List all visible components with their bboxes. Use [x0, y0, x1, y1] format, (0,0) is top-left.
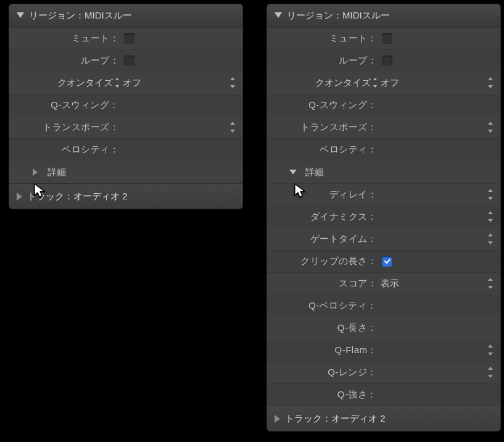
q-swing-label: Q-スウィング：: [267, 99, 378, 111]
details-toggle[interactable]: 詳細: [267, 161, 500, 183]
q-swing-label: Q-スウィング：: [9, 99, 120, 111]
q-length-label: Q-長さ：: [267, 322, 378, 334]
velocity-label: ベロシティ：: [267, 144, 378, 156]
clip-length-checkbox[interactable]: [382, 256, 392, 267]
triangle-down-icon: [275, 12, 282, 19]
q-flam-row[interactable]: Q-Flam：: [267, 339, 500, 361]
quantize-label: クオンタイズ: [57, 77, 113, 89]
loop-checkbox[interactable]: [382, 56, 392, 66]
gate-time-row[interactable]: ゲートタイム：: [267, 228, 500, 250]
track-header-title: トラック：オーディオ 2: [27, 191, 128, 202]
svg-marker-3: [275, 12, 282, 18]
loop-label: ループ：: [9, 55, 120, 67]
q-strength-row[interactable]: Q-強さ：: [267, 383, 500, 406]
transpose-stepper[interactable]: [230, 122, 238, 133]
quantize-label: クオンタイズ: [315, 77, 371, 89]
quantize-value-stepper[interactable]: [230, 77, 238, 88]
dynamics-label: ダイナミクス：: [267, 211, 378, 223]
region-header-title: リージョン：MIDIスルー: [287, 10, 390, 22]
q-velocity-row[interactable]: Q-ベロシティ：: [267, 294, 500, 317]
region-header-title: リージョン：MIDIスルー: [29, 10, 132, 22]
svg-marker-4: [289, 170, 297, 175]
mute-label: ミュート：: [267, 33, 378, 44]
velocity-row[interactable]: ベロシティ：: [267, 138, 500, 161]
q-swing-row[interactable]: Q-スウィング：: [9, 94, 242, 116]
velocity-label: ベロシティ：: [9, 144, 120, 156]
q-strength-label: Q-強さ：: [267, 389, 378, 401]
quantize-stepper-icon[interactable]: [373, 78, 377, 88]
quantize-row[interactable]: クオンタイズ オフ: [267, 72, 500, 94]
mute-row: ミュート：: [9, 27, 242, 49]
svg-marker-0: [17, 12, 24, 18]
score-value: 表示: [381, 278, 399, 290]
quantize-stepper-icon[interactable]: [115, 78, 119, 88]
transpose-row[interactable]: トランスポーズ：: [9, 116, 242, 138]
q-range-label: Q-レンジ：: [267, 367, 378, 378]
velocity-row[interactable]: ベロシティ：: [9, 138, 242, 161]
region-header[interactable]: リージョン：MIDIスルー: [9, 4, 242, 27]
loop-row: ループ：: [9, 49, 242, 72]
clip-length-row: クリップの長さ：: [267, 250, 500, 272]
svg-marker-5: [275, 415, 280, 423]
mute-label: ミュート：: [9, 33, 120, 44]
quantize-value: オフ: [123, 77, 141, 89]
details-label: 詳細: [305, 167, 324, 178]
track-header[interactable]: トラック：オーディオ 2: [267, 406, 500, 431]
dynamics-stepper[interactable]: [488, 211, 495, 222]
q-flam-stepper[interactable]: [488, 344, 495, 356]
svg-marker-2: [17, 193, 22, 201]
inspector-panel-expanded: リージョン：MIDIスルー ミュート： ループ： クオンタイズ オフ Q-スウィ…: [266, 4, 501, 432]
mute-checkbox[interactable]: [382, 33, 392, 44]
delay-row[interactable]: ディレイ：: [267, 183, 500, 206]
quantize-value-stepper[interactable]: [488, 77, 495, 88]
transpose-stepper[interactable]: [488, 122, 495, 133]
mute-checkbox[interactable]: [124, 33, 134, 44]
mute-row: ミュート：: [267, 27, 500, 49]
track-header-title: トラック：オーディオ 2: [285, 413, 386, 425]
loop-checkbox[interactable]: [124, 56, 134, 66]
q-range-stepper[interactable]: [488, 367, 495, 378]
delay-label: ディレイ：: [267, 189, 378, 201]
region-header[interactable]: リージョン：MIDIスルー: [267, 4, 500, 27]
transpose-label: トランスポーズ：: [267, 122, 378, 133]
triangle-down-icon: [17, 12, 24, 19]
loop-label: ループ：: [267, 55, 378, 67]
quantize-value: オフ: [381, 77, 399, 89]
transpose-label: トランスポーズ：: [9, 122, 120, 133]
q-range-row[interactable]: Q-レンジ：: [267, 361, 500, 383]
svg-marker-1: [33, 169, 38, 176]
gate-time-stepper[interactable]: [488, 233, 495, 244]
transpose-row[interactable]: トランスポーズ：: [267, 116, 500, 138]
score-label: スコア：: [267, 278, 378, 290]
q-flam-label: Q-Flam：: [267, 344, 378, 356]
q-swing-row[interactable]: Q-スウィング：: [267, 94, 500, 116]
clip-length-label: クリップの長さ：: [267, 256, 378, 267]
details-label: 詳細: [48, 167, 66, 178]
score-stepper[interactable]: [488, 278, 495, 289]
gate-time-label: ゲートタイム：: [267, 233, 378, 245]
loop-row: ループ：: [267, 49, 500, 72]
triangle-right-icon: [275, 415, 280, 423]
details-toggle[interactable]: 詳細: [9, 161, 242, 183]
track-header[interactable]: トラック：オーディオ 2: [9, 183, 242, 209]
triangle-right-icon: [33, 169, 38, 176]
inspector-panel-collapsed: リージョン：MIDIスルー ミュート： ループ： クオンタイズ オフ Q-スウィ…: [9, 4, 243, 209]
q-velocity-label: Q-ベロシティ：: [267, 300, 378, 312]
dynamics-row[interactable]: ダイナミクス：: [267, 206, 500, 228]
triangle-right-icon: [17, 193, 22, 201]
triangle-down-icon: [289, 170, 297, 175]
q-length-row[interactable]: Q-長さ：: [267, 317, 500, 339]
score-row[interactable]: スコア： 表示: [267, 272, 500, 294]
delay-stepper[interactable]: [488, 189, 495, 200]
quantize-row[interactable]: クオンタイズ オフ: [9, 72, 242, 94]
